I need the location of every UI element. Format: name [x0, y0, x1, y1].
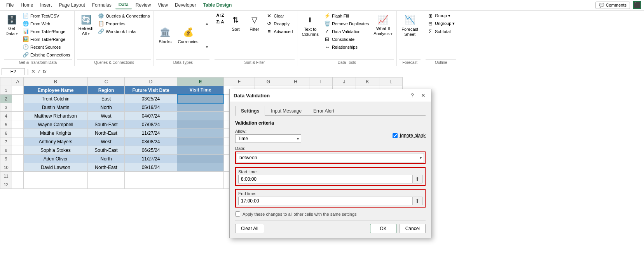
cell-d9[interactable]: 11/27/24	[125, 155, 177, 163]
menu-item-file[interactable]: File	[3, 1, 17, 9]
relationships-button[interactable]: ↔ Relationships	[323, 43, 370, 51]
get-data-button[interactable]: 🗄️ GetData ▾	[4, 12, 19, 36]
cell-c12[interactable]	[88, 180, 125, 189]
row-header-9[interactable]: 9	[0, 155, 12, 163]
cell-a3[interactable]	[12, 103, 24, 112]
menu-item-table-design[interactable]: Table Design	[200, 1, 235, 9]
cell-a8[interactable]	[12, 146, 24, 155]
cell-a9[interactable]	[12, 155, 24, 163]
cell-a12[interactable]	[12, 180, 24, 189]
col-header-j[interactable]: J	[333, 77, 356, 86]
end-time-spin-button[interactable]: ⬆	[412, 197, 422, 205]
end-time-input[interactable]	[239, 197, 412, 205]
cell-e1[interactable]: Visit Time	[177, 86, 224, 95]
cell-b6[interactable]: Matthe Knights	[24, 129, 88, 137]
sort-button[interactable]: ⇅ Sort	[227, 12, 244, 33]
existing-connections-button[interactable]: 🔗 Existing Connections	[21, 51, 72, 58]
col-header-d[interactable]: D	[125, 77, 177, 86]
menu-item-review[interactable]: Review	[133, 1, 154, 9]
sort-za-button[interactable]: Z↓A	[215, 19, 225, 25]
cell-d3[interactable]: 05/19/24	[125, 103, 177, 112]
cell-e12[interactable]	[177, 180, 224, 189]
cell-e2[interactable]	[177, 95, 224, 103]
cell-c7[interactable]: West	[88, 137, 125, 146]
flash-fill-button[interactable]: ⚡ Flash Fill	[323, 12, 370, 19]
cell-d8[interactable]: 06/25/24	[125, 146, 177, 155]
cell-a2[interactable]	[12, 95, 24, 103]
col-header-h[interactable]: H	[282, 77, 309, 86]
cell-a10[interactable]	[12, 163, 24, 172]
cell-b11[interactable]	[24, 172, 88, 180]
cell-b8[interactable]: Sophia Stokes	[24, 146, 88, 155]
sort-az-button[interactable]: A↑Z	[215, 12, 225, 18]
what-if-analysis-button[interactable]: 📈 What-IfAnalysis ▾	[372, 12, 394, 36]
menu-item-view[interactable]: View	[155, 1, 171, 9]
cell-a5[interactable]	[12, 120, 24, 129]
cell-d10[interactable]: 09/16/24	[125, 163, 177, 172]
cell-e11[interactable]	[177, 172, 224, 180]
row-header-5[interactable]: 5	[0, 120, 12, 129]
ok-button[interactable]: OK	[370, 224, 396, 233]
row-header-3[interactable]: 3	[0, 103, 12, 112]
from-text-csv-button[interactable]: 📄 From Text/CSV	[21, 12, 72, 19]
ignore-blank-checkbox[interactable]	[393, 133, 398, 138]
row-header-4[interactable]: 4	[0, 112, 12, 120]
subtotal-button[interactable]: Σ Subtotal	[426, 28, 456, 35]
tab-settings[interactable]: Settings	[235, 106, 265, 116]
cell-d5[interactable]: 07/08/24	[125, 120, 177, 129]
row-header-7[interactable]: 7	[0, 137, 12, 146]
cell-d6[interactable]: 11/27/24	[125, 129, 177, 137]
col-header-g[interactable]: G	[255, 77, 282, 86]
workbook-links-button[interactable]: 🔗 Workbook Links	[96, 28, 151, 35]
cancel-formula-icon[interactable]: ✕	[31, 69, 35, 74]
data-types-scroll[interactable]: ▲ ▼	[204, 12, 209, 58]
cell-d1[interactable]: Future Visit Date	[125, 86, 177, 95]
cell-c8[interactable]: South-East	[88, 146, 125, 155]
clear-button[interactable]: ✕ Clear	[265, 12, 295, 19]
properties-button[interactable]: 📋 Properties	[96, 20, 151, 27]
text-to-columns-button[interactable]: ⫿ Text toColumns	[300, 12, 321, 39]
group-button[interactable]: ⊞ Group ▾	[426, 12, 456, 19]
maximize-button[interactable]: ⬛	[633, 1, 641, 9]
forecast-sheet-button[interactable]: 📉 ForecastSheet	[399, 12, 421, 39]
cell-e4[interactable]	[177, 112, 224, 120]
refresh-all-button[interactable]: 🔄 RefreshAll ▾	[77, 12, 95, 36]
cell-b12[interactable]	[24, 180, 88, 189]
cell-d7[interactable]: 03/08/24	[125, 137, 177, 146]
cell-b2[interactable]: Trent Cotchin	[24, 95, 88, 103]
advanced-button[interactable]: ≡ Advanced	[265, 28, 295, 35]
row-header-6[interactable]: 6	[0, 129, 12, 137]
cell-c6[interactable]: North-East	[88, 129, 125, 137]
ungroup-button[interactable]: ⊟ Ungroup ▾	[426, 20, 456, 27]
stocks-button[interactable]: 🏛️ Stocks	[156, 25, 174, 46]
from-table-range-button[interactable]: 📊 From Table/Range	[21, 28, 72, 35]
tab-input-message[interactable]: Input Message	[265, 106, 307, 116]
col-header-a[interactable]: A	[12, 77, 24, 86]
cell-c5[interactable]: South-East	[88, 120, 125, 129]
tab-error-alert[interactable]: Error Alert	[307, 106, 340, 116]
confirm-formula-icon[interactable]: ✓	[37, 69, 41, 74]
cell-b10[interactable]: David Lawson	[24, 163, 88, 172]
cell-reference-input[interactable]: E2	[2, 68, 25, 75]
data-validation-button[interactable]: ✓ Data Validation	[323, 28, 370, 35]
row-header-8[interactable]: 8	[0, 146, 12, 155]
allow-select[interactable]: Time Any value Whole number Decimal List…	[235, 134, 301, 143]
row-header-12[interactable]: 12	[0, 180, 12, 189]
col-header-l[interactable]: L	[379, 77, 403, 86]
comments-button[interactable]: 💬 Comments	[595, 2, 630, 9]
dialog-help-button[interactable]: ?	[408, 92, 416, 99]
cell-a7[interactable]	[12, 137, 24, 146]
row-header-1[interactable]: 1	[0, 86, 12, 95]
apply-changes-checkbox[interactable]	[235, 211, 240, 217]
cell-c2[interactable]: East	[88, 95, 125, 103]
cell-d12[interactable]	[125, 180, 177, 189]
cell-b3[interactable]: Dustin Martin	[24, 103, 88, 112]
cell-c3[interactable]: North	[88, 103, 125, 112]
start-time-spin-button[interactable]: ⬆	[412, 175, 422, 183]
menu-item-formulas[interactable]: Formulas	[89, 1, 115, 9]
cell-e9[interactable]	[177, 155, 224, 163]
cell-a1[interactable]	[12, 86, 24, 95]
row-header-11[interactable]: 11	[0, 172, 12, 180]
remove-duplicates-button[interactable]: 🗑️ Remove Duplicates	[323, 20, 370, 27]
cell-c4[interactable]: West	[88, 112, 125, 120]
